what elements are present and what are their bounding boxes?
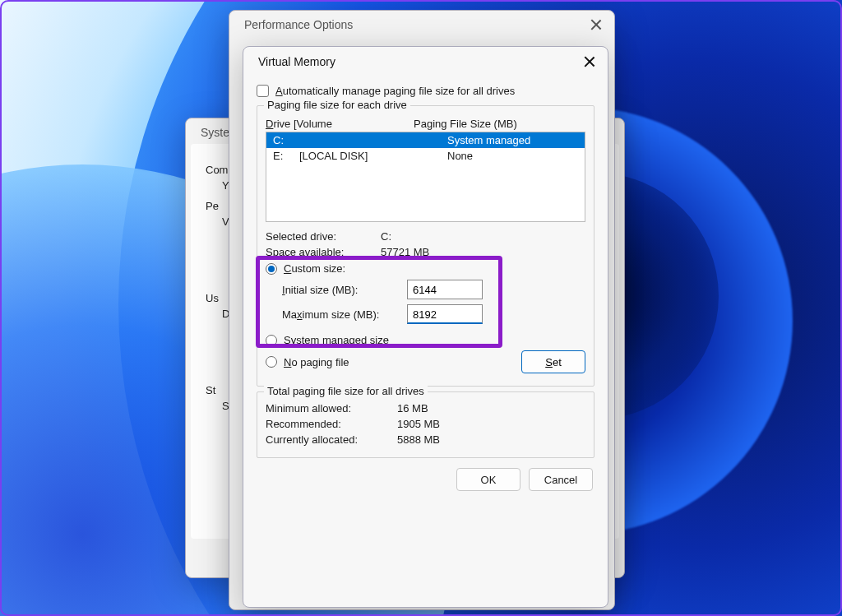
ok-button[interactable]: OK	[456, 468, 520, 491]
total-group: Total paging file size for all drives Mi…	[257, 391, 594, 458]
system-properties-title: Syste	[201, 126, 229, 139]
recommended-value: 1905 MB	[397, 418, 585, 430]
virtual-memory-dialog: Virtual Memory Automatically manage pagi…	[243, 46, 608, 608]
system-managed-label: System managed size	[284, 334, 389, 346]
drive-row-e[interactable]: E: [LOCAL DISK] None	[266, 148, 585, 164]
currently-allocated-label: Currently allocated:	[266, 433, 397, 446]
no-paging-label: No paging file	[284, 356, 349, 368]
space-available-value: 57721 MB	[381, 246, 585, 258]
currently-allocated-value: 5888 MB	[397, 433, 585, 446]
drive-group: Paging file size for each drive Drive [V…	[257, 105, 594, 387]
initial-size-input[interactable]	[407, 280, 483, 299]
drive-group-label: Paging file size for each drive	[264, 99, 410, 111]
close-icon[interactable]	[590, 18, 603, 31]
initial-size-label: Initial size (MB):	[282, 284, 397, 296]
paging-size-header: Paging File Size (MB)	[414, 118, 585, 130]
auto-manage-label: Automatically manage paging file size fo…	[275, 85, 515, 97]
min-allowed-value: 16 MB	[397, 402, 585, 415]
custom-size-radio[interactable]	[266, 263, 277, 275]
selected-drive-label: Selected drive:	[266, 230, 381, 243]
virtual-memory-title: Virtual Memory	[258, 55, 335, 68]
set-button[interactable]: Set	[521, 350, 585, 373]
close-icon[interactable]	[583, 55, 596, 68]
custom-size-label: Custom size:	[284, 262, 345, 275]
recommended-label: Recommended:	[266, 418, 397, 430]
performance-options-title: Performance Options	[244, 18, 353, 31]
min-allowed-label: Minimum allowed:	[266, 402, 397, 415]
selected-drive-value: C:	[381, 230, 585, 243]
maximum-size-input[interactable]	[407, 304, 483, 324]
space-available-label: Space available:	[266, 246, 381, 258]
auto-manage-checkbox[interactable]	[257, 85, 269, 97]
maximum-size-label: Maximum size (MB):	[282, 308, 397, 321]
cancel-button[interactable]: Cancel	[529, 468, 593, 491]
drive-row-c[interactable]: C: System managed	[266, 132, 585, 148]
drive-list[interactable]: C: System managed E: [LOCAL DISK] None	[266, 132, 585, 222]
no-paging-radio[interactable]	[266, 356, 277, 368]
drive-header: Drive [Volume	[266, 118, 414, 130]
total-group-label: Total paging file size for all drives	[264, 385, 428, 397]
system-managed-radio[interactable]	[266, 335, 277, 346]
